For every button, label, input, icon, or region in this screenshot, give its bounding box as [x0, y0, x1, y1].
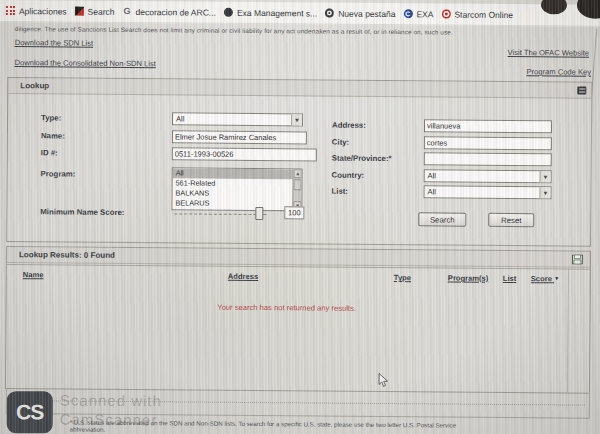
program-listbox[interactable]: All 561-Related BALKANS BELARUS ▲ ▼	[171, 167, 302, 211]
export-save-icon[interactable]	[572, 255, 583, 265]
sort-desc-icon: ▼	[554, 275, 560, 281]
address-label: Address:	[332, 121, 366, 130]
city-input[interactable]	[424, 136, 552, 150]
program-option[interactable]: BELARUS	[172, 198, 301, 209]
id-input[interactable]	[172, 147, 317, 161]
program-code-key-link[interactable]: Program Code Key	[526, 67, 591, 77]
bookmark-label: EXA	[416, 9, 433, 19]
page-right-border	[589, 394, 590, 419]
scrollbar-thumb[interactable]	[294, 179, 302, 190]
column-header-address[interactable]: Address	[228, 272, 258, 281]
download-sdn-link[interactable]: Download the SDN List	[15, 38, 94, 48]
scroll-up-icon[interactable]: ▲	[294, 169, 302, 178]
scanned-screenshot: Aplicaciones Search G decoracion de ARC.…	[0, 0, 600, 434]
name-input[interactable]	[172, 130, 307, 144]
download-non-sdn-link[interactable]: Download the Consolidated Non-SDN List	[14, 58, 155, 68]
name-label: Name:	[41, 131, 65, 140]
camscanner-logo: CS	[7, 391, 53, 433]
chevron-down-icon: ▼	[540, 171, 551, 182]
column-header-type[interactable]: Type	[394, 273, 411, 282]
city-label: City:	[332, 138, 349, 147]
bookmark-label: Starcom Online	[454, 9, 513, 19]
state-abbreviation-footnote: * U.S. states are abbreviated on the SDN…	[70, 419, 470, 434]
min-score-input[interactable]	[284, 206, 304, 219]
exa-favicon: C	[403, 9, 412, 18]
disclaimer-text: diligence. The use of Sanctions List Sea…	[15, 25, 589, 37]
chevron-down-icon: ▼	[539, 187, 550, 198]
country-select-value: All	[428, 171, 436, 180]
bookmark-label: Exa Management s...	[237, 7, 317, 18]
google-favicon: G	[123, 7, 132, 16]
listbox-scrollbar[interactable]: ▲ ▼	[292, 169, 301, 210]
type-label: Type:	[41, 113, 61, 122]
search-button[interactable]: Search	[418, 212, 466, 226]
column-header-list[interactable]: List	[503, 274, 517, 283]
bookmark-label: Search	[88, 6, 115, 16]
bookmark-decoracion[interactable]: G decoracion de ARC...	[123, 6, 216, 17]
bookmark-exa-management[interactable]: Exa Management s...	[224, 7, 317, 18]
state-input[interactable]	[424, 152, 552, 166]
bookmark-starcom[interactable]: Starcom Online	[441, 9, 513, 20]
bookmark-exa[interactable]: C EXA	[403, 9, 433, 19]
bookmark-label: decoracion de ARC...	[136, 7, 216, 18]
mouse-cursor	[378, 373, 390, 388]
list-select-value: All	[427, 187, 435, 196]
column-header-score[interactable]: Score ▼	[531, 274, 560, 283]
bookmarks-bar: Aplicaciones Search G decoracion de ARC.…	[0, 0, 600, 27]
visit-ofac-link[interactable]: Visit The OFAC Website	[508, 48, 590, 58]
list-label: List:	[331, 187, 348, 196]
score-slider-thumb[interactable]	[255, 207, 263, 220]
search-favicon	[75, 7, 84, 16]
lookup-title: Lookup	[20, 81, 49, 90]
country-label: Country:	[332, 171, 365, 180]
collapse-panel-icon[interactable]	[577, 87, 586, 95]
lookup-panel-header: Lookup	[8, 78, 591, 99]
id-label: ID #:	[41, 148, 58, 157]
apps-menu-label: Aplicaciones	[19, 6, 67, 16]
column-header-programs[interactable]: Program(s)	[448, 274, 489, 283]
exa-management-favicon	[224, 8, 233, 17]
bookmark-nueva-pestana[interactable]: Nueva pestaña	[325, 8, 395, 19]
address-input[interactable]	[424, 119, 552, 133]
starcom-favicon	[441, 9, 450, 18]
column-header-name[interactable]: Name	[23, 270, 44, 279]
chevron-down-icon: ▼	[291, 114, 302, 125]
apps-grid-icon	[6, 6, 15, 15]
watermark-line1: Scanned with	[60, 391, 162, 409]
state-label: State/Province:*	[332, 154, 392, 163]
type-select-value: All	[176, 114, 184, 123]
type-select[interactable]: All ▼	[172, 112, 303, 126]
new-tab-favicon	[325, 9, 334, 18]
country-select[interactable]: All ▼	[424, 169, 552, 183]
bookmark-search[interactable]: Search	[75, 6, 115, 16]
list-select[interactable]: All ▼	[423, 185, 551, 199]
program-label: Program:	[41, 169, 76, 178]
apps-menu[interactable]: Aplicaciones	[6, 6, 67, 16]
results-title: Lookup Results: 0 Found	[19, 250, 115, 260]
reset-button[interactable]: Reset	[488, 213, 534, 227]
bookmark-label: Nueva pestaña	[338, 8, 395, 18]
min-score-label: Minimum Name Score:	[40, 207, 124, 217]
column-header-score-label: Score	[531, 274, 552, 283]
